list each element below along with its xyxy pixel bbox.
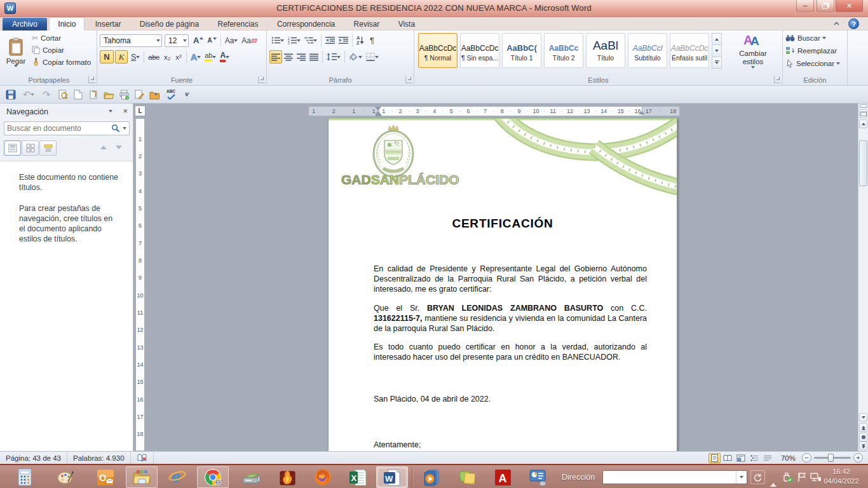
- copy-button[interactable]: Copiar: [32, 46, 64, 54]
- previous-heading-icon[interactable]: [100, 146, 107, 149]
- taskbar-internet-explorer[interactable]: e: [161, 466, 193, 488]
- folder-settings-button[interactable]: *: [147, 88, 161, 102]
- change-styles-button[interactable]: A A Cambiar estilos: [727, 33, 779, 69]
- taskbar-control-panel[interactable]: [522, 466, 554, 488]
- edit-document-button[interactable]: [132, 88, 146, 102]
- previous-page-button[interactable]: [859, 423, 867, 432]
- show-hidden-icons-button[interactable]: [770, 474, 776, 483]
- redo-button[interactable]: ↷: [39, 88, 53, 102]
- search-options-dropdown-icon[interactable]: [123, 127, 126, 130]
- tab-insertar[interactable]: Insertar: [87, 18, 130, 31]
- nav-tab-pages[interactable]: [22, 140, 39, 156]
- left-indent-marker[interactable]: [376, 114, 381, 116]
- replace-button[interactable]: Reemplazar: [785, 46, 837, 55]
- page-indicator[interactable]: Página: 43 de 43: [0, 452, 67, 464]
- outline-view-button[interactable]: [749, 453, 761, 463]
- zoom-out-button[interactable]: −: [802, 453, 811, 463]
- taskbar-media-player[interactable]: [416, 466, 448, 488]
- tab-diseno-de-pagina[interactable]: Diseño de página: [132, 18, 207, 31]
- fullscreen-reading-view-button[interactable]: [722, 453, 734, 463]
- styles-scroll-up-button[interactable]: [712, 33, 722, 45]
- style-subtitulo[interactable]: AaBbCclSubtítulo: [628, 33, 667, 68]
- split-handle[interactable]: [860, 104, 867, 108]
- collapse-ribbon-button[interactable]: [832, 20, 841, 28]
- tray-action-center-icon[interactable]: [797, 471, 807, 483]
- restore-button[interactable]: [817, 0, 834, 12]
- taskbar-compass-app[interactable]: A: [487, 466, 519, 488]
- navigation-pane-menu-icon[interactable]: [109, 110, 112, 112]
- numbering-button[interactable]: 123: [286, 34, 302, 47]
- text-effects-button[interactable]: A: [189, 50, 203, 64]
- nav-tab-results[interactable]: [39, 140, 57, 156]
- taskbar-chrome[interactable]: [197, 466, 229, 488]
- tab-referencias[interactable]: Referencias: [210, 18, 267, 31]
- shrink-font-button[interactable]: A: [205, 34, 218, 47]
- style-titulo[interactable]: AaBlTítulo: [586, 33, 625, 68]
- change-case-button[interactable]: Aa: [223, 34, 240, 47]
- taskbar-scanner[interactable]: [236, 466, 268, 488]
- zoom-in-button[interactable]: +: [853, 453, 863, 463]
- show-paragraph-marks-button[interactable]: ¶: [366, 34, 377, 47]
- ruler-toggle-button[interactable]: [859, 109, 867, 118]
- underline-button[interactable]: S: [129, 50, 142, 64]
- draft-view-button[interactable]: [762, 453, 774, 463]
- navigation-pane-close-button[interactable]: ×: [123, 106, 128, 116]
- style-normal[interactable]: AaBbCcDc¶ Normal: [418, 33, 458, 68]
- right-indent-marker[interactable]: [639, 111, 645, 114]
- print-preview-button[interactable]: [56, 88, 70, 102]
- tray-usb-icon[interactable]: [782, 471, 793, 483]
- next-heading-icon[interactable]: [116, 146, 122, 149]
- multilevel-list-button[interactable]: [302, 34, 319, 47]
- address-dropdown[interactable]: [736, 471, 747, 484]
- scroll-up-button[interactable]: [859, 119, 867, 128]
- scroll-down-button[interactable]: [859, 413, 867, 422]
- select-browse-object-button[interactable]: [859, 433, 867, 442]
- font-size-combo[interactable]: 12: [165, 34, 189, 47]
- taskbar-outlook[interactable]: O: [90, 466, 121, 488]
- style-enfasis-sutil[interactable]: AaBbCcDcÉnfasis sutil: [670, 33, 709, 68]
- next-page-button[interactable]: [859, 442, 867, 451]
- styles-gallery-more-button[interactable]: [712, 57, 722, 69]
- web-layout-view-button[interactable]: [735, 453, 747, 463]
- grow-font-button[interactable]: A: [191, 34, 205, 47]
- tab-correspondencia[interactable]: Correspondencia: [269, 18, 343, 31]
- decrease-indent-button[interactable]: [323, 34, 337, 47]
- taskbar-burner[interactable]: [271, 466, 303, 488]
- font-family-combo[interactable]: Tahoma: [100, 34, 162, 47]
- taskbar-paint[interactable]: [50, 466, 81, 488]
- taskbar-firefox[interactable]: [307, 466, 339, 488]
- font-dialog-launcher[interactable]: [258, 76, 265, 83]
- style-titulo-2[interactable]: AaBbCcTítulo 2: [544, 33, 583, 68]
- word-count[interactable]: Palabras: 4.930: [67, 452, 131, 464]
- tab-stop-selector[interactable]: L: [135, 105, 146, 116]
- paragraph-dialog-launcher[interactable]: [405, 76, 412, 83]
- date-line[interactable]: San Plácido, 04 de abril de 2022.: [374, 394, 647, 404]
- zoom-level[interactable]: 70%: [781, 454, 796, 462]
- tab-archivo[interactable]: Archivo: [3, 18, 47, 31]
- select-button[interactable]: Seleccionar: [785, 59, 840, 68]
- justify-button[interactable]: [308, 50, 320, 64]
- undo-button[interactable]: ↶: [19, 88, 38, 102]
- search-input[interactable]: [4, 124, 111, 133]
- align-right-button[interactable]: [295, 50, 308, 64]
- zoom-slider[interactable]: [814, 457, 851, 459]
- new-document-button[interactable]: [71, 88, 85, 102]
- closing-line[interactable]: Atentamente;: [374, 440, 647, 450]
- format-painter-button[interactable]: Copiar formato: [32, 58, 91, 66]
- clipboard-dialog-launcher[interactable]: [88, 76, 95, 83]
- bullets-button[interactable]: [269, 34, 286, 47]
- document-page[interactable]: GADSANPLÁCIDO CERTIFICACIÓN En calidad d…: [328, 118, 677, 451]
- tab-vista[interactable]: Vista: [390, 18, 423, 31]
- borders-button[interactable]: [364, 50, 381, 64]
- save-button[interactable]: [4, 88, 18, 102]
- style-sin-espacio[interactable]: AaBbCcDc¶ Sin espa...: [460, 33, 499, 68]
- cut-button[interactable]: ✂Cortar: [32, 34, 61, 43]
- paragraph-3[interactable]: Es todo cuanto puedo certificar en honor…: [374, 342, 647, 362]
- bold-button[interactable]: N: [100, 50, 114, 64]
- taskbar-excel[interactable]: X: [342, 466, 374, 488]
- tab-inicio[interactable]: Inicio: [49, 17, 85, 30]
- zoom-slider-thumb[interactable]: [828, 454, 834, 462]
- vertical-scrollbar[interactable]: [858, 104, 868, 451]
- increase-indent-button[interactable]: [337, 34, 350, 47]
- tab-revisar[interactable]: Revisar: [346, 18, 388, 31]
